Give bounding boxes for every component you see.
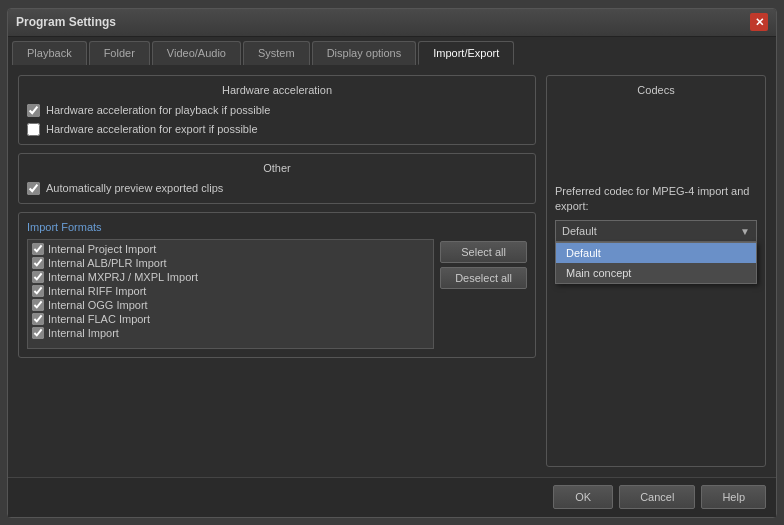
tab-bar: Playback Folder Video/Audio System Displ… [8, 37, 776, 65]
import-formats-title: Import Formats [27, 221, 527, 233]
list-item: Internal MXPRJ / MXPL Import [30, 270, 431, 284]
main-content: Hardware acceleration Hardware accelerat… [8, 65, 776, 477]
program-settings-window: Program Settings ✕ Playback Folder Video… [7, 8, 777, 518]
right-panel: Codecs Preferred codec for MPEG-4 import… [546, 75, 766, 467]
import-item-checkbox[interactable] [32, 285, 44, 297]
hw-export-checkbox[interactable] [27, 123, 40, 136]
list-item: Internal ALB/PLR Import [30, 256, 431, 270]
title-bar: Program Settings ✕ [8, 9, 776, 37]
hw-export-row: Hardware acceleration for export if poss… [27, 123, 527, 136]
tab-playback[interactable]: Playback [12, 41, 87, 65]
codec-option-default[interactable]: Default [556, 243, 756, 263]
codecs-title: Codecs [555, 84, 757, 96]
import-list[interactable]: Internal Project ImportInternal ALB/PLR … [27, 239, 434, 349]
chevron-down-icon: ▼ [740, 226, 750, 237]
import-item-label: Internal Project Import [48, 243, 156, 255]
auto-preview-row: Automatically preview exported clips [27, 182, 527, 195]
import-list-container: Internal Project ImportInternal ALB/PLR … [27, 239, 527, 349]
left-panel: Hardware acceleration Hardware accelerat… [18, 75, 536, 467]
hw-playback-checkbox[interactable] [27, 104, 40, 117]
hardware-acceleration-section: Hardware acceleration Hardware accelerat… [18, 75, 536, 145]
list-item: Internal Project Import [30, 242, 431, 256]
codecs-section: Codecs Preferred codec for MPEG-4 import… [546, 75, 766, 467]
hw-export-label: Hardware acceleration for export if poss… [46, 123, 258, 135]
deselect-all-button[interactable]: Deselect all [440, 267, 527, 289]
import-item-checkbox[interactable] [32, 257, 44, 269]
tab-video-audio[interactable]: Video/Audio [152, 41, 241, 65]
auto-preview-checkbox[interactable] [27, 182, 40, 195]
import-item-checkbox[interactable] [32, 299, 44, 311]
tab-system[interactable]: System [243, 41, 310, 65]
help-button[interactable]: Help [701, 485, 766, 509]
auto-preview-label: Automatically preview exported clips [46, 182, 223, 194]
list-item: Internal RIFF Import [30, 284, 431, 298]
tab-folder[interactable]: Folder [89, 41, 150, 65]
import-item-checkbox[interactable] [32, 313, 44, 325]
import-buttons: Select all Deselect all [440, 239, 527, 349]
window-title: Program Settings [16, 15, 116, 29]
cancel-button[interactable]: Cancel [619, 485, 695, 509]
tab-import-export[interactable]: Import/Export [418, 41, 514, 65]
codec-option-main-concept[interactable]: Main concept [556, 263, 756, 283]
codec-selected-value: Default [562, 225, 597, 237]
footer: OK Cancel Help [8, 477, 776, 517]
hw-playback-row: Hardware acceleration for playback if po… [27, 104, 527, 117]
import-item-checkbox[interactable] [32, 243, 44, 255]
select-all-button[interactable]: Select all [440, 241, 527, 263]
close-button[interactable]: ✕ [750, 13, 768, 31]
import-item-label: Internal MXPRJ / MXPL Import [48, 271, 198, 283]
list-item: Internal Import [30, 326, 431, 340]
import-item-checkbox[interactable] [32, 271, 44, 283]
import-formats-section: Import Formats Internal Project ImportIn… [18, 212, 536, 358]
hardware-acceleration-title: Hardware acceleration [27, 84, 527, 96]
codec-dropdown-menu: Default Main concept [555, 242, 757, 284]
ok-button[interactable]: OK [553, 485, 613, 509]
import-item-label: Internal ALB/PLR Import [48, 257, 167, 269]
other-section: Other Automatically preview exported cli… [18, 153, 536, 204]
import-item-label: Internal FLAC Import [48, 313, 150, 325]
codec-label: Preferred codec for MPEG-4 import and ex… [555, 184, 757, 215]
codec-dropdown-container: Default ▼ Default Main concept [555, 220, 757, 242]
other-title: Other [27, 162, 527, 174]
import-item-checkbox[interactable] [32, 327, 44, 339]
tab-display-options[interactable]: Display options [312, 41, 417, 65]
hw-playback-label: Hardware acceleration for playback if po… [46, 104, 270, 116]
list-item: Internal FLAC Import [30, 312, 431, 326]
codec-dropdown[interactable]: Default ▼ [555, 220, 757, 242]
import-item-label: Internal Import [48, 327, 119, 339]
import-item-label: Internal RIFF Import [48, 285, 146, 297]
list-item: Internal OGG Import [30, 298, 431, 312]
import-item-label: Internal OGG Import [48, 299, 148, 311]
